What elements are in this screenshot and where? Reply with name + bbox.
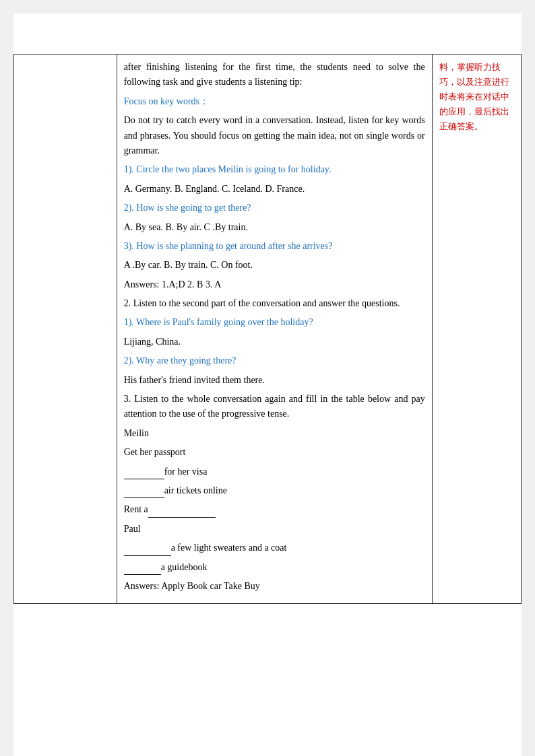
blank-visa bbox=[124, 479, 164, 479]
s2-q2-answer: His father's friend invited them there. bbox=[124, 373, 425, 388]
s2-q1-label-text: 1). Where is Paul's family going over th… bbox=[124, 317, 313, 327]
q2-label: 2). How is she going to get there? bbox=[124, 201, 425, 215]
left-spacer-cell bbox=[14, 55, 117, 604]
focus-body-text: Do not try to catch every word in a conv… bbox=[124, 113, 425, 158]
s2-q1-label: 1). Where is Paul's family going over th… bbox=[124, 315, 425, 330]
meilin-item1: Get her passport bbox=[124, 445, 425, 460]
answers-2: Answers: Apply Book car Take Buy bbox=[124, 579, 425, 594]
paul-label: Paul bbox=[124, 522, 425, 537]
meilin-item4-pre: Rent a bbox=[124, 504, 148, 514]
blank-guidebook bbox=[124, 574, 161, 575]
right-cell: 料，掌握听力技巧，以及注意进行时表将来在对话中的应用，最后找出正确答案。 bbox=[432, 55, 521, 604]
paul-item2: a guidebook bbox=[124, 560, 425, 575]
answers-1: Answers: 1.A;D 2. B 3. A bbox=[124, 277, 425, 292]
main-table: after finishing listening for the first … bbox=[13, 54, 522, 604]
meilin-item2-post: for her visa bbox=[164, 467, 208, 477]
q1-label-text: 1). Circle the two places Meilin is goin… bbox=[124, 164, 332, 174]
intro-text: after finishing listening for the first … bbox=[124, 60, 425, 90]
q3-label: 3). How is she planning to get around af… bbox=[124, 239, 425, 254]
focus-label: Focus on key words： bbox=[124, 94, 425, 109]
meilin-item4: Rent a bbox=[124, 502, 425, 517]
s2-q2-label-text: 2). Why are they going there? bbox=[124, 355, 237, 366]
focus-label-text: Focus on key words： bbox=[124, 96, 209, 106]
s2-q1-answer: Lijiang, China. bbox=[124, 335, 425, 349]
page: after finishing listening for the first … bbox=[13, 13, 522, 756]
section2-intro: 2. Listen to the second part of the conv… bbox=[124, 296, 425, 311]
paul-item1: a few light sweaters and a coat bbox=[124, 541, 425, 555]
blank-car bbox=[148, 517, 216, 518]
s2-q2-label: 2). Why are they going there? bbox=[124, 353, 425, 368]
paul-item1-post: a few light sweaters and a coat bbox=[171, 543, 287, 553]
meilin-label: Meilin bbox=[124, 426, 425, 441]
q1-options: A. Germany. B. England. C. Iceland. D. F… bbox=[124, 182, 425, 197]
q2-label-text: 2). How is she going to get there? bbox=[124, 203, 251, 213]
meilin-item3: air tickets online bbox=[124, 483, 425, 498]
meilin-item2: for her visa bbox=[124, 465, 425, 479]
q3-label-text: 3). How is she planning to get around af… bbox=[124, 241, 333, 251]
right-cell-text: 料，掌握听力技巧，以及注意进行时表将来在对话中的应用，最后找出正确答案。 bbox=[439, 62, 509, 131]
section3-intro: 3. Listen to the whole conversation agai… bbox=[124, 392, 425, 422]
paul-item2-post: a guidebook bbox=[161, 562, 208, 572]
content-cell: after finishing listening for the first … bbox=[117, 55, 432, 604]
blank-sweaters bbox=[124, 555, 171, 556]
blank-tickets bbox=[124, 497, 164, 498]
q3-options: A .By car. B. By train. C. On foot. bbox=[124, 258, 425, 273]
meilin-item3-post: air tickets online bbox=[164, 485, 227, 495]
q2-options: A. By sea. B. By air. C .By train. bbox=[124, 220, 425, 235]
q1-label: 1). Circle the two places Meilin is goin… bbox=[124, 162, 425, 177]
